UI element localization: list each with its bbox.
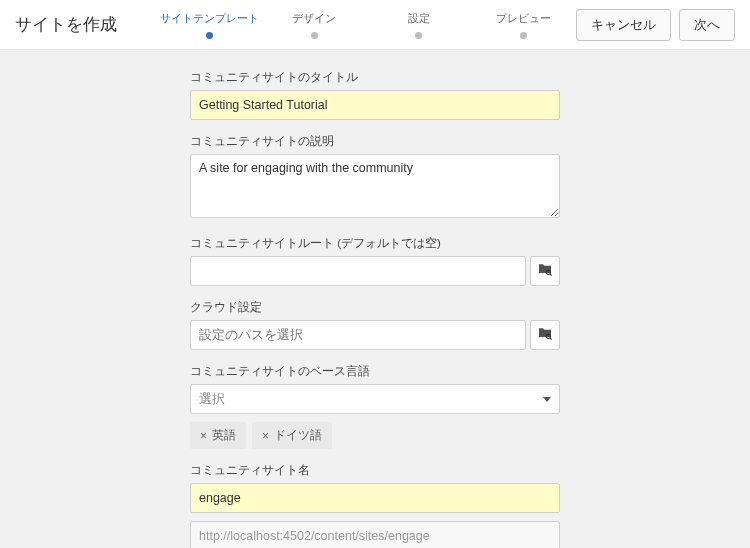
wizard-steps: サイトテンプレート デザイン 設定 プレビュー [157,9,576,40]
folder-search-icon [537,325,553,345]
header-buttons: キャンセル 次へ [576,9,735,41]
next-button[interactable]: 次へ [679,9,735,41]
tag-label: 英語 [212,427,236,444]
url-text: http://localhost:4502/content/sites/enga… [199,529,430,543]
tag-label: ドイツ語 [274,427,322,444]
label-site-name: コミュニティサイト名 [190,463,560,478]
site-url-preview: http://localhost:4502/content/sites/enga… [190,521,560,548]
base-lang-select[interactable]: 選択 [190,384,560,414]
browse-root-button[interactable] [530,256,560,286]
label-cloud: クラウド設定 [190,300,560,315]
browse-cloud-button[interactable] [530,320,560,350]
step-preview[interactable]: プレビュー [471,11,576,40]
site-desc-textarea[interactable] [190,154,560,218]
remove-tag-icon: × [262,429,269,443]
remove-tag-icon: × [200,429,207,443]
svg-line-3 [550,338,552,340]
step-label: サイトテンプレート [160,12,259,24]
label-site-title: コミュニティサイトのタイトル [190,70,560,85]
lang-tags: × 英語 × ドイツ語 [190,422,560,449]
chevron-down-icon [543,397,551,402]
site-title-input[interactable] [190,90,560,120]
step-settings[interactable]: 設定 [367,11,472,40]
cloud-path-input[interactable] [190,320,526,350]
lang-tag-en[interactable]: × 英語 [190,422,246,449]
step-label: デザイン [292,12,336,24]
step-label: プレビュー [496,12,551,24]
svg-line-1 [550,274,552,276]
label-site-root: コミュニティサイトルート (デフォルトでは空) [190,236,560,251]
select-placeholder: 選択 [199,391,225,408]
form-body: コミュニティサイトのタイトル コミュニティサイトの説明 コミュニティサイトルート… [0,50,750,548]
cancel-button[interactable]: キャンセル [576,9,671,41]
site-name-input[interactable] [190,483,560,513]
folder-search-icon [537,261,553,281]
site-root-input[interactable] [190,256,526,286]
label-site-desc: コミュニティサイトの説明 [190,134,560,149]
step-label: 設定 [408,12,430,24]
step-design[interactable]: デザイン [262,11,367,40]
wizard-header: サイトを作成 サイトテンプレート デザイン 設定 プレビュー キャンセル 次へ [0,0,750,50]
lang-tag-de[interactable]: × ドイツ語 [252,422,332,449]
step-site-template[interactable]: サイトテンプレート [157,11,262,40]
label-base-lang: コミュニティサイトのベース言語 [190,364,560,379]
wizard-title: サイトを作成 [15,13,157,36]
